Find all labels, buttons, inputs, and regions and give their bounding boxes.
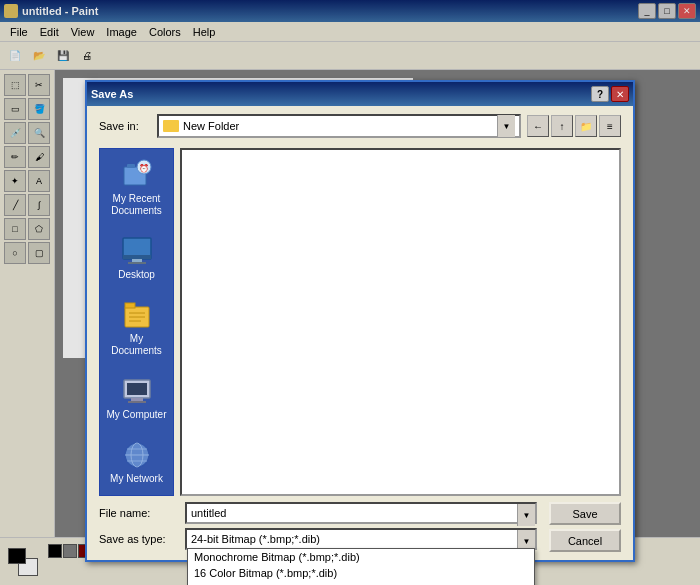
place-recent-label: My Recent Documents [106, 193, 168, 217]
filename-label: File name: [99, 507, 179, 519]
svg-rect-5 [123, 255, 151, 259]
dropdown-item-256color[interactable]: 256 Color Bitmap (*.bmp;*.dib) [188, 581, 534, 585]
paint-window: untitled - Paint _ □ ✕ File Edit View Im… [0, 0, 700, 585]
place-network[interactable]: My Network [102, 435, 172, 489]
dialog-title: Save As [91, 88, 133, 100]
filename-input-wrap[interactable]: untitled ▼ [185, 502, 537, 524]
place-recent[interactable]: ⏰ My Recent Documents [102, 155, 172, 221]
computer-icon [121, 375, 153, 407]
nav-buttons: ← ↑ 📁 ≡ [527, 115, 621, 137]
save-in-row: Save in: New Folder ▼ ← ↑ 📁 ≡ [99, 114, 621, 138]
place-network-label: My Network [110, 473, 163, 485]
place-computer[interactable]: My Computer [102, 371, 172, 425]
file-browser: ⏰ My Recent Documents [99, 148, 621, 496]
savetype-label: Save as type: [99, 533, 179, 545]
svg-text:⏰: ⏰ [139, 163, 149, 173]
savetype-value: 24-bit Bitmap (*.bmp;*.dib) [187, 530, 517, 548]
savetype-combo-wrap[interactable]: 24-bit Bitmap (*.bmp;*.dib) ▼ Monochrome… [185, 528, 537, 550]
network-icon [121, 439, 153, 471]
dialog-bottom: File name: untitled ▼ Save as type: 24-b… [99, 502, 621, 552]
savetype-row: Save as type: 24-bit Bitmap (*.bmp;*.dib… [99, 528, 537, 550]
places-bar: ⏰ My Recent Documents [99, 148, 174, 496]
documents-icon [121, 299, 153, 331]
place-documents[interactable]: My Documents [102, 295, 172, 361]
save-in-value: New Folder [183, 120, 239, 132]
back-button[interactable]: ← [527, 115, 549, 137]
filename-savetype-wrap: File name: untitled ▼ Save as type: 24-b… [99, 502, 537, 550]
place-desktop-label: Desktop [118, 269, 155, 281]
save-in-dropdown-arrow[interactable]: ▼ [497, 115, 515, 137]
filename-arrow[interactable]: ▼ [517, 504, 535, 526]
file-list[interactable] [180, 148, 621, 496]
dialog-help-button[interactable]: ? [591, 86, 609, 102]
filename-input[interactable]: untitled [187, 504, 517, 522]
save-in-label: Save in: [99, 120, 151, 132]
svg-rect-16 [128, 401, 146, 403]
place-documents-label: My Documents [106, 333, 168, 357]
save-in-combo[interactable]: New Folder ▼ [157, 114, 521, 138]
filename-row: File name: untitled ▼ [99, 502, 537, 524]
svg-rect-1 [127, 164, 135, 168]
save-button[interactable]: Save [549, 502, 621, 525]
desktop-icon [121, 235, 153, 267]
recent-icon: ⏰ [121, 159, 153, 191]
dialog-action-buttons: Save Cancel [549, 502, 621, 552]
dropdown-item-monochrome[interactable]: Monochrome Bitmap (*.bmp;*.dib) [188, 549, 534, 565]
svg-rect-15 [131, 398, 143, 401]
dialog-title-bar: Save As ? ✕ [87, 82, 633, 106]
up-button[interactable]: ↑ [551, 115, 573, 137]
svg-rect-7 [128, 262, 146, 264]
new-folder-button[interactable]: 📁 [575, 115, 597, 137]
save-as-dialog: Save As ? ✕ Save in: New Folder ▼ [85, 80, 635, 562]
view-button[interactable]: ≡ [599, 115, 621, 137]
svg-rect-6 [132, 259, 142, 262]
cancel-button[interactable]: Cancel [549, 529, 621, 552]
dialog-title-buttons: ? ✕ [591, 86, 629, 102]
svg-rect-9 [125, 303, 135, 308]
place-desktop[interactable]: Desktop [102, 231, 172, 285]
savetype-dropdown[interactable]: Monochrome Bitmap (*.bmp;*.dib) 16 Color… [187, 548, 535, 585]
folder-icon [163, 120, 179, 132]
dialog-close-button[interactable]: ✕ [611, 86, 629, 102]
place-computer-label: My Computer [106, 409, 166, 421]
svg-rect-14 [127, 383, 147, 395]
dialog-body: Save in: New Folder ▼ ← ↑ 📁 ≡ [87, 106, 633, 560]
dialog-overlay: Save As ? ✕ Save in: New Folder ▼ [0, 0, 700, 585]
dropdown-item-16color[interactable]: 16 Color Bitmap (*.bmp;*.dib) [188, 565, 534, 581]
